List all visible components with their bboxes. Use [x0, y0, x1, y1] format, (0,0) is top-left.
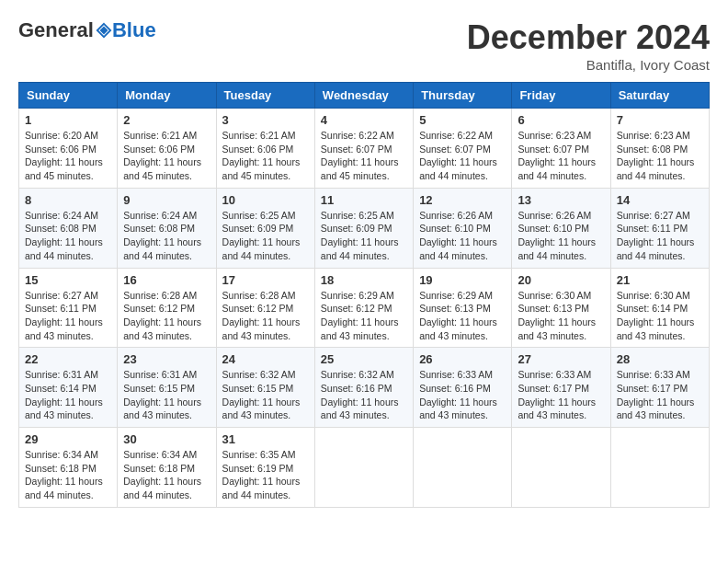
- day-number: 1: [25, 113, 111, 127]
- day-info: Sunrise: 6:21 AMSunset: 6:06 PMDaylight:…: [222, 129, 309, 183]
- day-number: 16: [123, 273, 210, 287]
- calendar-day: 2Sunrise: 6:21 AMSunset: 6:06 PMDaylight…: [118, 109, 216, 189]
- days-header-row: SundayMondayTuesdayWednesdayThursdayFrid…: [19, 83, 710, 109]
- day-number: 19: [419, 273, 506, 287]
- calendar-day: 8Sunrise: 6:24 AMSunset: 6:08 PMDaylight…: [19, 188, 118, 268]
- calendar-day: 28Sunrise: 6:33 AMSunset: 6:17 PMDayligh…: [610, 348, 709, 428]
- day-info: Sunrise: 6:31 AMSunset: 6:15 PMDaylight:…: [123, 368, 210, 422]
- day-info: Sunrise: 6:28 AMSunset: 6:12 PMDaylight:…: [222, 289, 309, 343]
- day-info: Sunrise: 6:23 AMSunset: 6:07 PMDaylight:…: [518, 129, 604, 183]
- day-number: 30: [123, 432, 210, 446]
- day-number: 28: [617, 352, 703, 366]
- calendar-day: 22Sunrise: 6:31 AMSunset: 6:14 PMDayligh…: [19, 348, 118, 428]
- day-info: Sunrise: 6:25 AMSunset: 6:09 PMDaylight:…: [222, 209, 309, 263]
- calendar-day: 9Sunrise: 6:24 AMSunset: 6:08 PMDaylight…: [118, 188, 216, 268]
- day-info: Sunrise: 6:34 AMSunset: 6:18 PMDaylight:…: [25, 448, 111, 502]
- calendar-day: 3Sunrise: 6:21 AMSunset: 6:06 PMDaylight…: [216, 109, 314, 189]
- weekday-header: Thursday: [414, 83, 512, 109]
- day-number: 24: [222, 352, 309, 366]
- weekday-header: Wednesday: [314, 83, 413, 109]
- calendar-day: 26Sunrise: 6:33 AMSunset: 6:16 PMDayligh…: [414, 348, 512, 428]
- calendar-day: 27Sunrise: 6:33 AMSunset: 6:17 PMDayligh…: [512, 348, 610, 428]
- day-number: 26: [419, 352, 506, 366]
- calendar-day: 15Sunrise: 6:27 AMSunset: 6:11 PMDayligh…: [19, 268, 118, 348]
- calendar-day: 4Sunrise: 6:22 AMSunset: 6:07 PMDaylight…: [314, 109, 413, 189]
- day-info: Sunrise: 6:30 AMSunset: 6:14 PMDaylight:…: [617, 289, 703, 343]
- day-number: 13: [518, 193, 604, 207]
- day-number: 14: [617, 193, 703, 207]
- calendar-day: 11Sunrise: 6:25 AMSunset: 6:09 PMDayligh…: [314, 188, 413, 268]
- calendar-day: 20Sunrise: 6:30 AMSunset: 6:13 PMDayligh…: [512, 268, 610, 348]
- title-area: December 2024 Bantifla, Ivory Coast: [467, 18, 710, 73]
- calendar-day: 19Sunrise: 6:29 AMSunset: 6:13 PMDayligh…: [414, 268, 512, 348]
- calendar-day: [610, 428, 709, 508]
- day-info: Sunrise: 6:24 AMSunset: 6:08 PMDaylight:…: [25, 209, 111, 263]
- calendar-day: 1Sunrise: 6:20 AMSunset: 6:06 PMDaylight…: [19, 109, 118, 189]
- day-number: 2: [123, 113, 210, 127]
- calendar-day: 23Sunrise: 6:31 AMSunset: 6:15 PMDayligh…: [118, 348, 216, 428]
- calendar-week-row: 8Sunrise: 6:24 AMSunset: 6:08 PMDaylight…: [19, 188, 710, 268]
- day-number: 6: [518, 113, 604, 127]
- calendar-day: 31Sunrise: 6:35 AMSunset: 6:19 PMDayligh…: [216, 428, 314, 508]
- calendar-day: 18Sunrise: 6:29 AMSunset: 6:12 PMDayligh…: [314, 268, 413, 348]
- logo-general: General: [18, 18, 94, 42]
- calendar-week-row: 1Sunrise: 6:20 AMSunset: 6:06 PMDaylight…: [19, 109, 710, 189]
- calendar-day: [512, 428, 610, 508]
- day-info: Sunrise: 6:30 AMSunset: 6:13 PMDaylight:…: [518, 289, 604, 343]
- day-number: 21: [617, 273, 703, 287]
- calendar-day: 25Sunrise: 6:32 AMSunset: 6:16 PMDayligh…: [314, 348, 413, 428]
- calendar-day: 29Sunrise: 6:34 AMSunset: 6:18 PMDayligh…: [19, 428, 118, 508]
- calendar-day: 30Sunrise: 6:34 AMSunset: 6:18 PMDayligh…: [118, 428, 216, 508]
- day-number: 27: [518, 352, 604, 366]
- day-info: Sunrise: 6:33 AMSunset: 6:17 PMDaylight:…: [518, 368, 604, 422]
- calendar: SundayMondayTuesdayWednesdayThursdayFrid…: [18, 82, 710, 508]
- day-info: Sunrise: 6:34 AMSunset: 6:18 PMDaylight:…: [123, 448, 210, 502]
- day-number: 3: [222, 113, 309, 127]
- calendar-week-row: 22Sunrise: 6:31 AMSunset: 6:14 PMDayligh…: [19, 348, 710, 428]
- day-number: 31: [222, 432, 309, 446]
- day-number: 23: [123, 352, 210, 366]
- calendar-day: 6Sunrise: 6:23 AMSunset: 6:07 PMDaylight…: [512, 109, 610, 189]
- weekday-header: Tuesday: [216, 83, 314, 109]
- day-number: 9: [123, 193, 210, 207]
- day-info: Sunrise: 6:32 AMSunset: 6:15 PMDaylight:…: [222, 368, 309, 422]
- calendar-day: [314, 428, 413, 508]
- logo: General Blue: [18, 18, 156, 42]
- calendar-day: 21Sunrise: 6:30 AMSunset: 6:14 PMDayligh…: [610, 268, 709, 348]
- day-info: Sunrise: 6:32 AMSunset: 6:16 PMDaylight:…: [321, 368, 407, 422]
- day-info: Sunrise: 6:29 AMSunset: 6:13 PMDaylight:…: [419, 289, 506, 343]
- month-title: December 2024: [467, 18, 710, 57]
- day-number: 20: [518, 273, 604, 287]
- day-info: Sunrise: 6:25 AMSunset: 6:09 PMDaylight:…: [321, 209, 407, 263]
- location: Bantifla, Ivory Coast: [467, 57, 710, 73]
- header: General Blue December 2024 Bantifla, Ivo…: [18, 18, 710, 73]
- day-number: 18: [321, 273, 407, 287]
- weekday-header: Friday: [512, 83, 610, 109]
- day-info: Sunrise: 6:20 AMSunset: 6:06 PMDaylight:…: [25, 129, 111, 183]
- calendar-day: 24Sunrise: 6:32 AMSunset: 6:15 PMDayligh…: [216, 348, 314, 428]
- day-number: 17: [222, 273, 309, 287]
- day-info: Sunrise: 6:22 AMSunset: 6:07 PMDaylight:…: [419, 129, 506, 183]
- day-info: Sunrise: 6:27 AMSunset: 6:11 PMDaylight:…: [25, 289, 111, 343]
- day-number: 10: [222, 193, 309, 207]
- day-number: 29: [25, 432, 111, 446]
- day-info: Sunrise: 6:29 AMSunset: 6:12 PMDaylight:…: [321, 289, 407, 343]
- calendar-day: 13Sunrise: 6:26 AMSunset: 6:10 PMDayligh…: [512, 188, 610, 268]
- day-number: 7: [617, 113, 703, 127]
- calendar-day: 5Sunrise: 6:22 AMSunset: 6:07 PMDaylight…: [414, 109, 512, 189]
- calendar-day: 16Sunrise: 6:28 AMSunset: 6:12 PMDayligh…: [118, 268, 216, 348]
- day-info: Sunrise: 6:33 AMSunset: 6:17 PMDaylight:…: [617, 368, 703, 422]
- day-number: 22: [25, 352, 111, 366]
- day-info: Sunrise: 6:26 AMSunset: 6:10 PMDaylight:…: [518, 209, 604, 263]
- day-number: 12: [419, 193, 506, 207]
- day-info: Sunrise: 6:28 AMSunset: 6:12 PMDaylight:…: [123, 289, 210, 343]
- calendar-day: 12Sunrise: 6:26 AMSunset: 6:10 PMDayligh…: [414, 188, 512, 268]
- day-info: Sunrise: 6:35 AMSunset: 6:19 PMDaylight:…: [222, 448, 309, 502]
- calendar-day: 14Sunrise: 6:27 AMSunset: 6:11 PMDayligh…: [610, 188, 709, 268]
- logo-icon: [96, 22, 112, 39]
- day-number: 11: [321, 193, 407, 207]
- day-info: Sunrise: 6:21 AMSunset: 6:06 PMDaylight:…: [123, 129, 210, 183]
- day-info: Sunrise: 6:23 AMSunset: 6:08 PMDaylight:…: [617, 129, 703, 183]
- day-info: Sunrise: 6:27 AMSunset: 6:11 PMDaylight:…: [617, 209, 703, 263]
- day-info: Sunrise: 6:33 AMSunset: 6:16 PMDaylight:…: [419, 368, 506, 422]
